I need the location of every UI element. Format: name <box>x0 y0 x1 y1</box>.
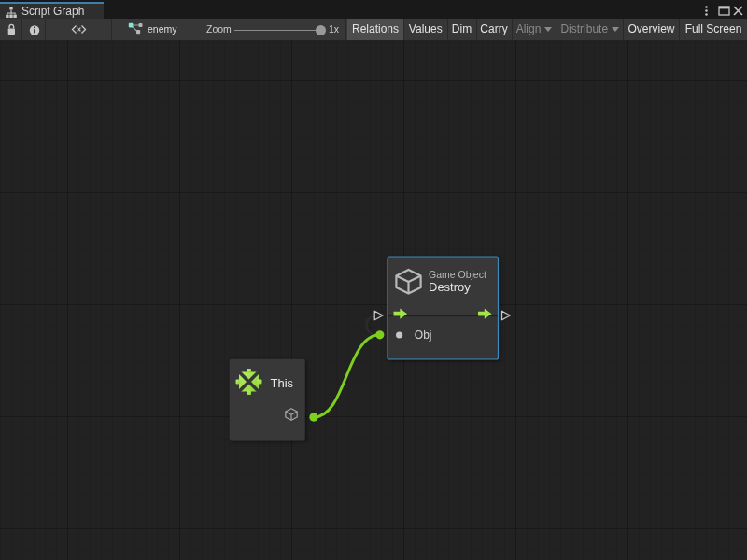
svg-text:Obj: Obj <box>415 329 432 342</box>
svg-text:This: This <box>271 376 294 390</box>
svg-text:Game Object: Game Object <box>429 269 486 280</box>
svg-text:Destroy: Destroy <box>429 280 471 294</box>
